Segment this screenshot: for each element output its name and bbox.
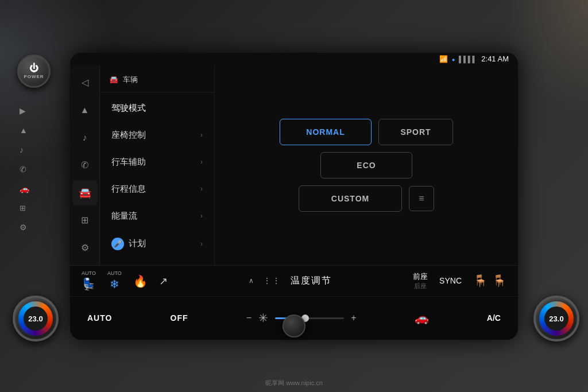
- nav-sidebar-icon: ▲: [80, 105, 90, 115]
- menu-item-plan[interactable]: 🎤 计划 ›: [100, 230, 214, 258]
- up-nav-icon: ▲: [20, 126, 29, 135]
- sliders-icon: ≡: [419, 193, 424, 204]
- seat-control-label: 座椅控制: [111, 130, 146, 141]
- sidebar-item-music[interactable]: ♪: [72, 125, 98, 150]
- temp-right-value: 23.0: [549, 315, 563, 323]
- normal-mode-button[interactable]: NORMAL: [280, 119, 372, 145]
- left-sidebar-icons: ▶ ▲ ♪ ✆ 🚗 ⊞ ⚙: [20, 106, 29, 232]
- seat-heat-left-icon[interactable]: 💺: [82, 277, 96, 291]
- off-button[interactable]: OFF: [171, 313, 188, 323]
- climate-left-controls: AUTO 💺 AUTO ❄ 🔥 ↗: [82, 270, 168, 291]
- battery-icon: ▌▌▌▌: [459, 56, 477, 63]
- car-surround: ⏻ POWER ▶ ▲ ♪ ✆ 🚗 ⊞ ⚙ 📶 ⬥ ▌▌▌▌ 2:41 AM: [0, 0, 588, 392]
- screen-main: 📶 ⬥ ▌▌▌▌ 2:41 AM ◁ ▲ ♪: [70, 53, 518, 340]
- temp-knob-left[interactable]: 23.0: [13, 296, 59, 341]
- sidebar-item-phone[interactable]: ✆: [72, 153, 98, 178]
- sync-label[interactable]: SYNC: [439, 276, 462, 285]
- energy-flow-label: 能量流: [111, 211, 137, 222]
- mode-row-custom: CUSTOM ≡: [226, 185, 506, 212]
- watermark: 昵享网 www.nipic.cn: [265, 379, 323, 387]
- front-rear-selector[interactable]: 前座 后座: [413, 271, 428, 290]
- fan-auto-label: AUTO: [107, 270, 122, 276]
- seat-heat-left-group: AUTO 💺: [82, 270, 96, 291]
- menu-item-energy-flow[interactable]: 能量流 ›: [100, 203, 214, 230]
- fan-speed-icon: ✳: [258, 311, 268, 325]
- drive-mode-label: 驾驶模式: [111, 103, 146, 114]
- fan-icon[interactable]: ❄: [110, 277, 119, 291]
- mode-row-top: NORMAL SPORT: [226, 119, 506, 145]
- seat-icon-passenger: 🪑: [492, 274, 506, 288]
- climate-top-row: AUTO 💺 AUTO ❄ 🔥 ↗: [70, 266, 518, 297]
- rear-heat-icon[interactable]: 🔥: [133, 274, 148, 288]
- status-time: 2:41 AM: [481, 55, 509, 63]
- mode-row-eco: ECO: [226, 152, 506, 178]
- car-bottom-icon: 🚗: [415, 311, 429, 325]
- sidebar-item-back[interactable]: ◁: [72, 70, 98, 95]
- vol-knob[interactable]: [283, 315, 305, 337]
- fan-auto-group: AUTO ❄: [107, 270, 122, 291]
- driver-assist-label: 行车辅助: [111, 157, 146, 168]
- windshield-group: ↗: [159, 274, 168, 288]
- temp-knob-left-inner: 23.0: [18, 301, 53, 336]
- front-seat-label: 前座: [413, 271, 428, 282]
- climate-middle: ∧ ⋮⋮ 温度调节: [249, 275, 332, 287]
- windshield-icon[interactable]: ↗: [159, 275, 168, 288]
- mic-icon: 🎤: [111, 238, 124, 250]
- up-arrow-icon: ∧: [249, 277, 254, 285]
- watermark-text: 昵享网 www.nipic.cn: [265, 379, 323, 386]
- settings-sidebar-icon: ⚙: [81, 242, 89, 253]
- ac-button[interactable]: A/C: [487, 313, 501, 323]
- music-sidebar-icon: ♪: [83, 133, 87, 143]
- menu-item-drive-mode[interactable]: 驾驶模式: [100, 95, 214, 122]
- auto-button[interactable]: AUTO: [87, 313, 112, 323]
- power-label: POWER: [24, 74, 44, 79]
- temp-knob-left-center: 23.0: [24, 306, 48, 331]
- apps-nav-icon: ⊞: [20, 204, 29, 212]
- vehicle-sidebar-icon: 🚘: [79, 187, 91, 199]
- climate-right-section: 前座 后座 SYNC 🪑 🪑: [413, 271, 506, 290]
- sidebar-item-vehicle[interactable]: 🚘: [72, 180, 98, 205]
- fan-minus-button[interactable]: −: [246, 313, 252, 323]
- eco-mode-button[interactable]: ECO: [320, 152, 412, 178]
- sport-mode-button[interactable]: SPORT: [378, 119, 453, 145]
- nav-icon: ▶: [20, 106, 29, 115]
- drive-mode-panel: NORMAL SPORT ECO CUSTOM ≡: [215, 65, 518, 265]
- menu-header-label: 车辆: [123, 75, 138, 85]
- temp-adjust-label: 温度调节: [291, 275, 332, 287]
- assist-arrow-icon: ›: [200, 158, 203, 166]
- custom-settings-button[interactable]: ≡: [409, 186, 434, 211]
- custom-mode-button[interactable]: CUSTOM: [299, 185, 402, 212]
- trip-info-label: 行程信息: [111, 184, 146, 195]
- rear-heat-group: 🔥: [133, 273, 148, 288]
- sidebar: ◁ ▲ ♪ ✆ 🚘 ⊞: [70, 65, 100, 265]
- rear-seat-label: 后座: [414, 282, 427, 290]
- phone-sidebar-icon: ✆: [81, 160, 88, 170]
- vehicle-header-icon: 🚘: [109, 75, 118, 84]
- wifi-icon: 📶: [439, 55, 448, 63]
- menu-item-seat-control[interactable]: 座椅控制 ›: [100, 122, 214, 149]
- power-icon: ⏻: [29, 64, 38, 73]
- temp-left-value: 23.0: [28, 315, 42, 323]
- vehicle-nav-icon: 🚗: [20, 184, 29, 193]
- seat-heat-left-label: AUTO: [82, 270, 96, 276]
- temp-knob-right[interactable]: 23.0: [533, 296, 579, 341]
- main-screen: 📶 ⬥ ▌▌▌▌ 2:41 AM ◁ ▲ ♪: [70, 53, 518, 340]
- fan-plus-button[interactable]: +: [351, 313, 356, 323]
- trip-arrow-icon: ›: [200, 185, 203, 193]
- sidebar-item-nav[interactable]: ▲: [72, 98, 98, 123]
- menu-item-driver-assist[interactable]: 行车辅助 ›: [100, 149, 214, 176]
- menu-item-trip-info[interactable]: 行程信息 ›: [100, 176, 214, 203]
- power-knob[interactable]: ⏻ POWER: [17, 55, 51, 88]
- sidebar-item-apps[interactable]: ⊞: [72, 208, 98, 233]
- status-bar: 📶 ⬥ ▌▌▌▌ 2:41 AM: [70, 53, 518, 65]
- grid-dots-icon: ⋮⋮: [263, 276, 281, 285]
- energy-arrow-icon: ›: [200, 212, 203, 220]
- settings-nav-icon: ⚙: [20, 223, 29, 232]
- seat-icons: 🪑 🪑: [473, 274, 506, 288]
- temp-knob-right-center: 23.0: [544, 306, 568, 331]
- sidebar-item-settings[interactable]: ⚙: [72, 235, 98, 261]
- menu-list: 🚘 车辆 驾驶模式 座椅控制 › 行车辅助 › 行程: [100, 65, 215, 265]
- temp-knob-right-inner: 23.0: [539, 301, 574, 336]
- temp-knob-left-outer: 23.0: [13, 296, 59, 341]
- seat-icon-driver: 🪑: [473, 274, 488, 288]
